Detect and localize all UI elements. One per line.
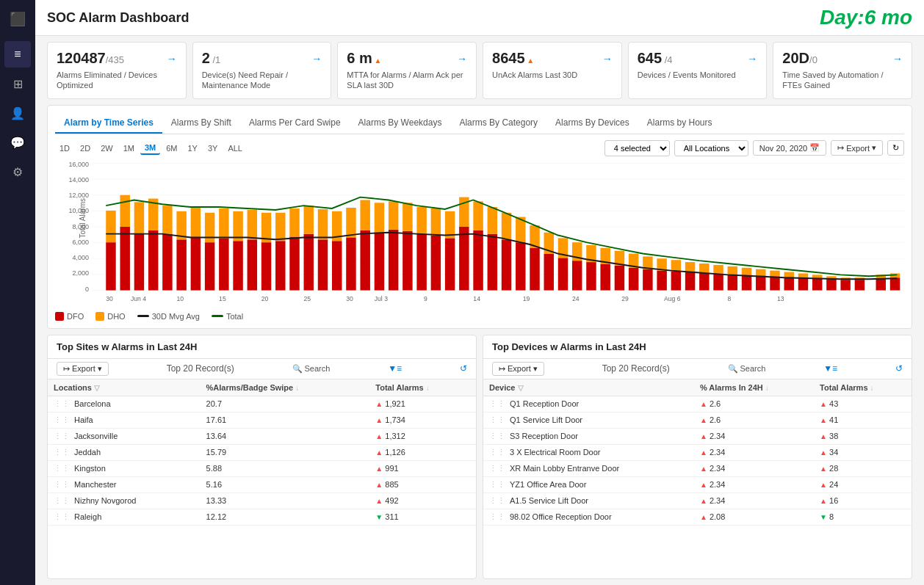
legend-dho-color: [95, 312, 104, 321]
top-devices-table: Device ▽ % Alarms In 24H ↓ Total Alarms …: [483, 379, 912, 526]
col-pct-24h[interactable]: % Alarms In 24H ↓: [694, 379, 814, 396]
row-dots-icon[interactable]: ⋮⋮: [489, 480, 505, 489]
top-sites-table-scroll[interactable]: Locations ▽ %Alarms/Badge Swipe ↓ Total …: [48, 379, 476, 578]
row-dots-icon[interactable]: ⋮⋮: [489, 399, 505, 408]
tab-alarms-by-hours[interactable]: Alarms by Hours: [638, 113, 721, 134]
row-dots-icon[interactable]: ⋮⋮: [54, 448, 70, 457]
kpi-sub-0: /435: [106, 54, 124, 65]
total-sort-icon[interactable]: ↓: [426, 384, 430, 392]
svg-rect-73: [558, 258, 568, 290]
row-dots-icon[interactable]: ⋮⋮: [54, 480, 70, 489]
top-sites-filter-icon[interactable]: ▼≡: [388, 363, 402, 374]
row-dots-icon[interactable]: ⋮⋮: [54, 464, 70, 473]
device-pct: ▲ 2.34: [694, 444, 814, 460]
sidebar-user-icon[interactable]: 👤: [4, 100, 31, 126]
locations-filter-icon[interactable]: ▽: [94, 384, 100, 392]
row-dots-icon[interactable]: ⋮⋮: [489, 432, 505, 440]
kpi-arrow-4[interactable]: →: [747, 53, 757, 65]
col-pct-badge[interactable]: %Alarms/Badge Swipe ↓: [201, 379, 370, 396]
kpi-arrow-1[interactable]: →: [311, 53, 322, 65]
time-btn-1m[interactable]: 1M: [119, 142, 139, 155]
kpi-arrow-5[interactable]: →: [892, 53, 903, 65]
tab-alarms-per-card-swipe[interactable]: Alarms Per Card Swipe: [240, 113, 350, 134]
top-devices-reset-icon[interactable]: ↺: [895, 363, 903, 374]
svg-rect-50: [389, 201, 398, 229]
chart-date-filter[interactable]: Nov 20, 2020 📅: [753, 140, 826, 156]
time-btn-2d[interactable]: 2D: [76, 142, 95, 155]
svg-rect-48: [375, 203, 384, 232]
row-dots-icon[interactable]: ⋮⋮: [54, 399, 70, 408]
top-sites-search-button[interactable]: 🔍 Search: [292, 364, 331, 374]
top-sites-export-button[interactable]: ↦ Export ▾: [57, 362, 109, 376]
site-location: ⋮⋮Nizhny Novgorod: [48, 493, 201, 509]
pct24-sort-icon[interactable]: ↓: [765, 384, 769, 392]
tab-alarm-time-series[interactable]: Alarm by Time Series: [55, 113, 162, 134]
sidebar-home-icon[interactable]: ≡: [4, 41, 31, 68]
kpi-arrow-3[interactable]: →: [602, 53, 613, 65]
col-total-alarms[interactable]: Total Alarms ↓: [369, 379, 476, 396]
svg-rect-34: [275, 212, 285, 240]
time-btn-3m[interactable]: 3M: [140, 142, 160, 155]
chart-refresh-button[interactable]: ↻: [887, 140, 904, 156]
chart-export-button[interactable]: ↦ Export ▾: [831, 140, 883, 156]
time-btn-1y[interactable]: 1Y: [183, 142, 201, 155]
legend-30d-label: 30D Mvg Avg: [152, 312, 200, 321]
tab-alarms-by-devices[interactable]: Alarms By Devices: [546, 113, 638, 134]
svg-rect-37: [304, 233, 314, 290]
device-pct: ▲ 2.34: [694, 460, 814, 476]
row-dots-icon[interactable]: ⋮⋮: [54, 512, 70, 521]
col-device[interactable]: Device ▽: [483, 379, 694, 396]
trend-icon-total: ▲: [820, 448, 827, 457]
row-dots-icon[interactable]: ⋮⋮: [489, 496, 505, 505]
sidebar-chat-icon[interactable]: 💬: [4, 129, 31, 156]
chart-section: Alarm by Time Series Alarms By Shift Ala…: [47, 105, 912, 329]
trend-icon-total: ▲: [820, 416, 827, 424]
tab-alarms-by-category[interactable]: Alarms By Category: [450, 113, 546, 134]
row-dots-icon[interactable]: ⋮⋮: [489, 448, 505, 457]
device-total: ▼ 8: [814, 509, 912, 525]
time-btn-2w[interactable]: 2W: [96, 142, 118, 155]
filter-selected-dropdown[interactable]: 4 selected: [604, 140, 670, 156]
tab-alarms-by-weekdays[interactable]: Alarms By Weekdays: [350, 113, 451, 134]
total-dev-sort-icon[interactable]: ↓: [870, 384, 874, 392]
sidebar-grid-icon[interactable]: ⊞: [4, 70, 31, 97]
time-btn-all[interactable]: ALL: [223, 142, 247, 155]
trend-icon: ▲: [700, 400, 707, 408]
svg-rect-59: [459, 227, 469, 291]
device-filter-icon[interactable]: ▽: [518, 384, 524, 392]
svg-rect-31: [261, 242, 271, 290]
time-btn-6m[interactable]: 6M: [162, 142, 181, 155]
kpi-arrow-2[interactable]: →: [457, 53, 467, 65]
trend-icon: ▲: [375, 448, 383, 457]
top-sites-title: Top Sites w Alarms in Last 24H: [57, 341, 197, 352]
time-btn-3y[interactable]: 3Y: [203, 142, 222, 155]
row-dots-icon[interactable]: ⋮⋮: [54, 432, 70, 440]
trend-icon-total: ▲: [820, 432, 827, 440]
tab-alarms-by-shift[interactable]: Alarms By Shift: [162, 113, 240, 134]
row-dots-icon[interactable]: ⋮⋮: [489, 415, 505, 424]
top-devices-table-scroll[interactable]: Device ▽ % Alarms In 24H ↓ Total Alarms …: [483, 379, 912, 578]
device-total: ▲ 28: [814, 460, 912, 476]
export-icon: ↦: [837, 143, 844, 153]
top-sites-reset-icon[interactable]: ↺: [460, 363, 467, 374]
table-row: ⋮⋮Haifa 17.61 ▲ 1,734: [48, 412, 476, 428]
row-dots-icon[interactable]: ⋮⋮: [489, 464, 505, 473]
top-devices-search-button[interactable]: 🔍 Search: [728, 364, 766, 374]
kpi-arrow-0[interactable]: →: [167, 53, 177, 65]
device-pct: ▲ 2.34: [694, 493, 814, 509]
row-dots-icon[interactable]: ⋮⋮: [489, 512, 505, 521]
col-total-alarms-dev[interactable]: Total Alarms ↓: [814, 379, 912, 396]
y-tick-6000: 6,000: [72, 239, 89, 246]
sidebar-settings-icon[interactable]: ⚙: [4, 159, 31, 185]
row-dots-icon[interactable]: ⋮⋮: [54, 496, 70, 505]
col-locations[interactable]: Locations ▽: [48, 379, 201, 396]
legend-30d: 30D Mvg Avg: [137, 312, 200, 321]
pct-sort-icon[interactable]: ↓: [295, 384, 299, 392]
top-devices-filter-icon[interactable]: ▼≡: [823, 363, 837, 374]
filter-location-dropdown[interactable]: All Locations: [674, 140, 748, 156]
time-btn-1d[interactable]: 1D: [55, 142, 74, 155]
chart-filters: 4 selected All Locations Nov 20, 2020 📅 …: [604, 140, 904, 156]
row-dots-icon[interactable]: ⋮⋮: [54, 415, 70, 424]
top-devices-export-button[interactable]: ↦ Export ▾: [492, 362, 544, 376]
svg-rect-51: [403, 230, 412, 290]
